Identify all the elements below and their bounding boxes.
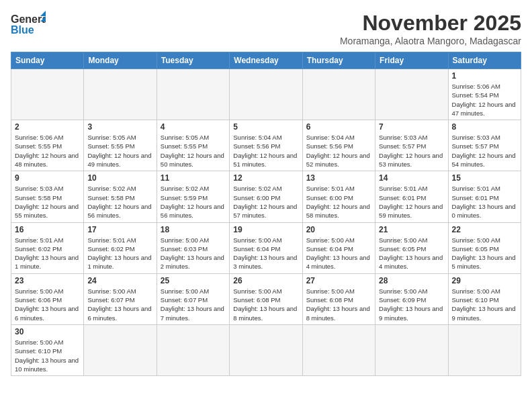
logo: General Blue [11,11,46,39]
svg-text:General: General [11,13,46,25]
day-number: 25 [161,276,226,285]
header-monday: Monday [84,52,157,69]
day-info: Sunrise: 5:00 AM Sunset: 6:08 PM Dayligh… [306,287,371,322]
day-number: 26 [233,276,298,285]
logo-icon: General Blue [11,11,46,39]
calendar-cell [11,69,84,120]
day-number: 23 [15,276,80,285]
day-number: 8 [452,122,517,132]
calendar-cell: 21Sunrise: 5:00 AM Sunset: 6:05 PM Dayli… [375,222,448,273]
header-wednesday: Wednesday [230,52,302,69]
day-info: Sunrise: 5:01 AM Sunset: 6:01 PM Dayligh… [379,184,444,220]
calendar-cell [448,324,521,375]
day-info: Sunrise: 5:00 AM Sunset: 6:05 PM Dayligh… [379,236,444,271]
day-info: Sunrise: 5:00 AM Sunset: 6:10 PM Dayligh… [452,287,517,322]
calendar-cell [84,69,157,120]
calendar-cell: 2Sunrise: 5:06 AM Sunset: 5:55 PM Daylig… [11,120,84,171]
calendar-cell: 25Sunrise: 5:00 AM Sunset: 6:07 PM Dayli… [157,273,229,324]
day-info: Sunrise: 5:01 AM Sunset: 6:02 PM Dayligh… [87,236,152,271]
day-info: Sunrise: 5:00 AM Sunset: 6:03 PM Dayligh… [161,236,226,271]
day-info: Sunrise: 5:01 AM Sunset: 6:01 PM Dayligh… [452,184,517,220]
calendar-cell [302,324,375,375]
day-number: 29 [452,276,517,285]
calendar-week-2: 2Sunrise: 5:06 AM Sunset: 5:55 PM Daylig… [11,120,521,171]
month-title: November 2025 [340,11,521,36]
day-info: Sunrise: 5:00 AM Sunset: 6:05 PM Dayligh… [452,236,517,271]
calendar-cell: 14Sunrise: 5:01 AM Sunset: 6:01 PM Dayli… [375,171,448,222]
calendar-cell: 26Sunrise: 5:00 AM Sunset: 6:08 PM Dayli… [230,273,302,324]
calendar-cell: 5Sunrise: 5:04 AM Sunset: 5:56 PM Daylig… [230,120,302,171]
calendar-cell: 22Sunrise: 5:00 AM Sunset: 6:05 PM Dayli… [448,222,521,273]
calendar-cell: 13Sunrise: 5:01 AM Sunset: 6:00 PM Dayli… [302,171,375,222]
day-number: 15 [452,173,517,183]
day-info: Sunrise: 5:03 AM Sunset: 5:58 PM Dayligh… [15,184,80,220]
calendar-cell: 4Sunrise: 5:05 AM Sunset: 5:55 PM Daylig… [157,120,229,171]
day-info: Sunrise: 5:02 AM Sunset: 6:00 PM Dayligh… [233,184,298,220]
day-info: Sunrise: 5:05 AM Sunset: 5:55 PM Dayligh… [87,133,152,169]
day-number: 5 [233,122,298,132]
day-number: 6 [306,122,371,132]
day-number: 21 [379,225,444,234]
calendar-week-1: 1Sunrise: 5:06 AM Sunset: 5:54 PM Daylig… [11,69,521,120]
day-info: Sunrise: 5:00 AM Sunset: 6:06 PM Dayligh… [15,287,80,322]
calendar-cell: 30Sunrise: 5:00 AM Sunset: 6:10 PM Dayli… [11,324,84,375]
day-number: 3 [87,122,152,132]
calendar-cell: 1Sunrise: 5:06 AM Sunset: 5:54 PM Daylig… [448,69,521,120]
calendar-cell [375,324,448,375]
title-area: November 2025 Moramanga, Alaotra Mangoro… [340,11,521,46]
day-number: 12 [233,173,298,183]
day-info: Sunrise: 5:02 AM Sunset: 5:58 PM Dayligh… [87,184,152,220]
calendar-cell: 7Sunrise: 5:03 AM Sunset: 5:57 PM Daylig… [375,120,448,171]
calendar-cell: 10Sunrise: 5:02 AM Sunset: 5:58 PM Dayli… [84,171,157,222]
day-info: Sunrise: 5:00 AM Sunset: 6:07 PM Dayligh… [87,287,152,322]
calendar-cell: 27Sunrise: 5:00 AM Sunset: 6:08 PM Dayli… [302,273,375,324]
day-info: Sunrise: 5:00 AM Sunset: 6:10 PM Dayligh… [15,338,80,373]
calendar-week-6: 30Sunrise: 5:00 AM Sunset: 6:10 PM Dayli… [11,324,521,375]
day-info: Sunrise: 5:04 AM Sunset: 5:56 PM Dayligh… [306,133,371,169]
day-number: 10 [87,173,152,183]
day-number: 28 [379,276,444,285]
day-number: 22 [452,225,517,234]
day-number: 9 [15,173,80,183]
day-info: Sunrise: 5:04 AM Sunset: 5:56 PM Dayligh… [233,133,298,169]
day-info: Sunrise: 5:01 AM Sunset: 6:00 PM Dayligh… [306,184,371,220]
calendar-cell: 29Sunrise: 5:00 AM Sunset: 6:10 PM Dayli… [448,273,521,324]
day-info: Sunrise: 5:00 AM Sunset: 6:04 PM Dayligh… [306,236,371,271]
calendar-cell: 9Sunrise: 5:03 AM Sunset: 5:58 PM Daylig… [11,171,84,222]
calendar-cell: 20Sunrise: 5:00 AM Sunset: 6:04 PM Dayli… [302,222,375,273]
calendar-cell: 17Sunrise: 5:01 AM Sunset: 6:02 PM Dayli… [84,222,157,273]
day-number: 13 [306,173,371,183]
calendar-cell: 8Sunrise: 5:03 AM Sunset: 5:57 PM Daylig… [448,120,521,171]
calendar-cell: 6Sunrise: 5:04 AM Sunset: 5:56 PM Daylig… [302,120,375,171]
calendar-cell [302,69,375,120]
calendar-cell: 12Sunrise: 5:02 AM Sunset: 6:00 PM Dayli… [230,171,302,222]
calendar-cell [157,324,229,375]
calendar-table: SundayMondayTuesdayWednesdayThursdayFrid… [11,52,521,376]
calendar-week-5: 23Sunrise: 5:00 AM Sunset: 6:06 PM Dayli… [11,273,521,324]
header-friday: Friday [375,52,448,69]
day-number: 18 [161,225,226,234]
day-number: 27 [306,276,371,285]
day-number: 17 [87,225,152,234]
calendar-cell: 24Sunrise: 5:00 AM Sunset: 6:07 PM Dayli… [84,273,157,324]
calendar-cell [157,69,229,120]
calendar-cell: 15Sunrise: 5:01 AM Sunset: 6:01 PM Dayli… [448,171,521,222]
day-number: 11 [161,173,226,183]
day-number: 19 [233,225,298,234]
calendar-cell: 28Sunrise: 5:00 AM Sunset: 6:09 PM Dayli… [375,273,448,324]
day-number: 7 [379,122,444,132]
calendar-cell [230,324,302,375]
page-header: General Blue November 2025 Moramanga, Al… [11,11,521,46]
day-info: Sunrise: 5:06 AM Sunset: 5:54 PM Dayligh… [452,82,517,118]
day-info: Sunrise: 5:06 AM Sunset: 5:55 PM Dayligh… [15,133,80,169]
header-saturday: Saturday [448,52,521,69]
calendar-week-3: 9Sunrise: 5:03 AM Sunset: 5:58 PM Daylig… [11,171,521,222]
calendar-header-row: SundayMondayTuesdayWednesdayThursdayFrid… [11,52,521,69]
calendar-cell [230,69,302,120]
day-info: Sunrise: 5:00 AM Sunset: 6:09 PM Dayligh… [379,287,444,322]
day-number: 1 [452,71,517,81]
calendar-cell: 11Sunrise: 5:02 AM Sunset: 5:59 PM Dayli… [157,171,229,222]
calendar-cell [84,324,157,375]
calendar-cell: 3Sunrise: 5:05 AM Sunset: 5:55 PM Daylig… [84,120,157,171]
day-number: 2 [15,122,80,132]
